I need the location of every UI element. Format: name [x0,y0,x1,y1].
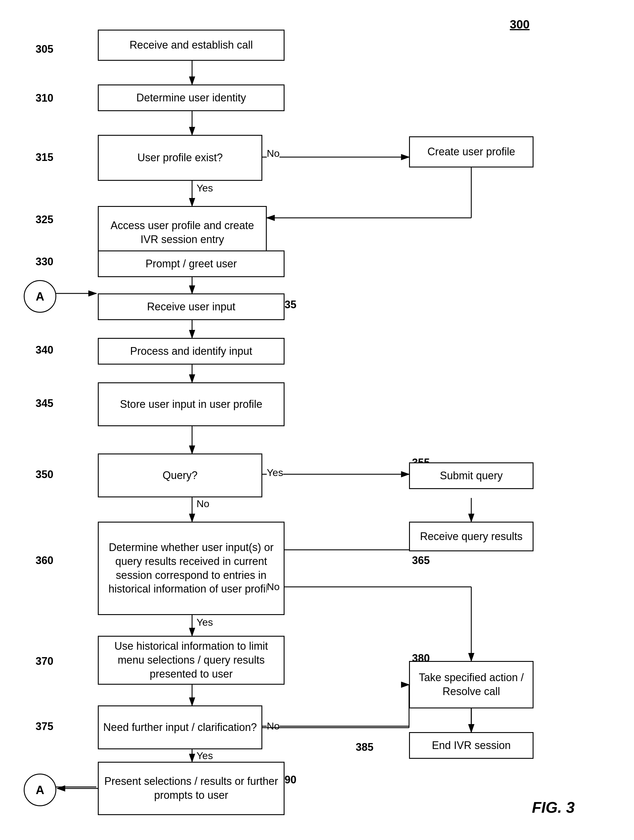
box-355: Submit query [409,463,533,489]
circle-a-top: A [24,280,56,313]
label-360: 360 [36,554,54,567]
ref-300: 300 [510,18,530,31]
box-385: End IVR session [409,732,533,759]
box-390: Present selections / results or further … [98,762,285,815]
box-360: Determine whether user input(s) or query… [98,522,285,615]
box-365: Receive query results [409,522,533,551]
box-370: Use historical information to limit menu… [98,636,285,685]
yes-label-350: Yes [267,467,283,478]
circle-a-bottom: A [24,774,56,806]
box-305: Receive and establish call [98,30,285,61]
no-label-375: No [267,720,279,732]
yes-label-315: Yes [197,182,213,194]
label-350: 350 [36,468,54,481]
box-375: Need further input / clarification? [98,706,262,749]
label-305: 305 [36,43,54,55]
label-370: 370 [36,655,54,668]
label-375: 375 [36,720,54,733]
box-340: Process and identify input [98,338,285,365]
box-330: Prompt / greet user [98,251,285,277]
box-345: Store user input in user profile [98,382,285,426]
label-385: 385 [356,741,374,753]
box-320: Create user profile [409,136,533,167]
label-365: 365 [412,554,430,567]
label-325: 325 [36,213,54,226]
box-380: Take specified action / Resolve call [409,661,533,708]
no-label-360: No [267,581,279,592]
box-310: Determine user identity [98,84,285,111]
fig-label: FIG. 3 [532,799,575,816]
no-label-350: No [197,498,209,510]
no-label-315: No [267,148,279,159]
yes-label-360: Yes [197,616,213,628]
label-340: 340 [36,344,54,356]
box-350: Query? [98,453,262,497]
label-330: 330 [36,256,54,268]
label-315: 315 [36,151,54,164]
label-310: 310 [36,92,54,104]
yes-label-375: Yes [197,750,213,761]
box-315: User profile exist? [98,135,262,181]
label-345: 345 [36,397,54,410]
box-335: Receive user input [98,294,285,320]
